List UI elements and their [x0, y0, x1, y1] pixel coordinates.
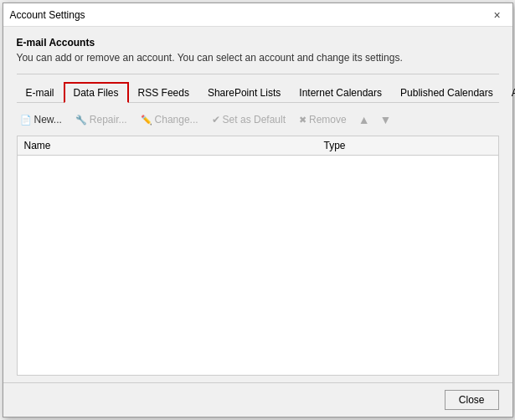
table-header: Name Type [18, 136, 498, 156]
divider [17, 74, 499, 74]
remove-button[interactable]: Remove [296, 111, 350, 127]
data-files-table: Name Type [17, 136, 499, 376]
new-label: New... [34, 114, 62, 125]
dialog-content: E-mail Accounts You can add or remove an… [3, 27, 512, 382]
dialog-footer: Close [3, 382, 512, 417]
new-button[interactable]: New... [17, 111, 65, 127]
repair-button[interactable]: Repair... [72, 111, 131, 127]
column-name: Name [24, 140, 324, 151]
tab-data-files[interactable]: Data Files [64, 82, 129, 103]
move-down-button[interactable]: ▼ [379, 113, 394, 126]
change-button[interactable]: Change... [137, 111, 202, 127]
tab-sharepoint-lists[interactable]: SharePoint Lists [198, 83, 290, 103]
close-icon[interactable]: × [489, 7, 506, 23]
dialog-title: Account Settings [10, 9, 85, 21]
table-body [18, 156, 498, 372]
tab-internet-calendars[interactable]: Internet Calendars [290, 83, 391, 103]
tab-published-calendars[interactable]: Published Calendars [391, 83, 502, 103]
close-button[interactable]: Close [445, 390, 499, 410]
tab-email[interactable]: E-mail [17, 83, 64, 103]
tab-bar: E-mail Data Files RSS Feeds SharePoint L… [17, 81, 499, 103]
column-type: Type [324, 140, 492, 151]
account-settings-dialog: Account Settings × E-mail Accounts You c… [3, 3, 513, 417]
section-title: E-mail Accounts [17, 37, 499, 49]
change-label: Change... [155, 114, 198, 125]
new-icon [20, 113, 32, 125]
setdefault-icon [212, 113, 220, 125]
title-bar: Account Settings × [3, 3, 512, 27]
tab-rss-feeds[interactable]: RSS Feeds [129, 83, 198, 103]
setdefault-label: Set as Default [223, 114, 286, 125]
section-description: You can add or remove an account. You ca… [17, 52, 499, 64]
change-icon [141, 113, 152, 125]
remove-icon [299, 113, 306, 125]
move-up-button[interactable]: ▲ [357, 113, 372, 126]
tab-address-books[interactable]: Address Books [502, 83, 515, 103]
remove-label: Remove [309, 114, 347, 125]
repair-label: Repair... [90, 114, 127, 125]
repair-icon [75, 113, 87, 125]
toolbar: New... Repair... Change... Set as Defaul… [17, 110, 499, 129]
set-default-button[interactable]: Set as Default [209, 111, 289, 127]
